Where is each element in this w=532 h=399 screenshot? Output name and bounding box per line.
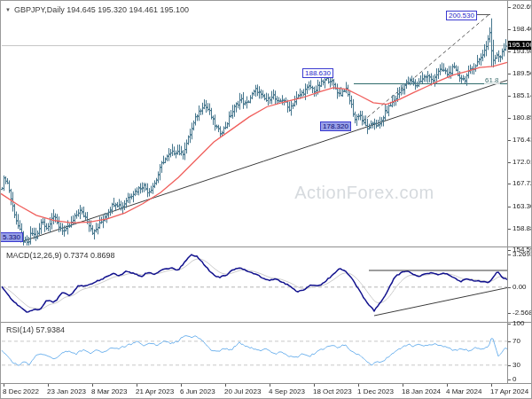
date-axis-label: 20 Jul 2023 — [224, 387, 261, 395]
price-axis-label: 163.300 — [512, 203, 532, 210]
chart-title-bar: ▼GBPJPY,Daily 194.645 195.320 194.461 19… — [5, 5, 189, 14]
symbol-period-label: GBPJPY,Daily — [14, 5, 65, 14]
macd-axis-label: -2.5689 — [512, 309, 532, 317]
chart-canvas[interactable] — [1, 1, 532, 399]
annotation-target-200.530[interactable]: 200.530 — [446, 11, 477, 20]
date-axis-label: 18 Jan 2024 — [402, 387, 441, 395]
price-axis-label: 180.850 — [512, 114, 532, 121]
rsi-axis-label: 0 — [512, 376, 516, 383]
macd-axis-label: 3.2693 — [512, 251, 532, 258]
date-axis-label: 8 Mar 2023 — [91, 387, 127, 395]
actionforex-watermark: ActionForex.com — [293, 183, 435, 202]
rsi-indicator-label: RSI(14) 57.9384 — [6, 325, 65, 334]
date-axis-label: 8 Dec 2022 — [3, 387, 39, 395]
price-axis-label: 158.880 — [512, 225, 532, 232]
rsi-axis-label: 100 — [512, 320, 524, 327]
price-axis-label: 176.430 — [512, 137, 532, 144]
gbpjpy-daily-chart-window: ▼GBPJPY,Daily 194.645 195.320 194.461 19… — [0, 0, 532, 399]
price-axis-label: 198.400 — [512, 26, 532, 33]
annotation-resistance-188.630[interactable]: 188.630 — [302, 68, 333, 78]
price-axis-border — [507, 1, 508, 383]
chevron-down-icon[interactable]: ▼ — [5, 7, 11, 12]
date-axis-label: 21 Apr 2023 — [136, 387, 174, 395]
macd-rsi-separator[interactable] — [1, 322, 532, 323]
current-price-tag: 195.100 — [508, 41, 532, 50]
rsi-axis-label: 30 — [512, 362, 520, 369]
macd-indicator-label: MACD(12,26,9) 0.7374 0.8698 — [6, 251, 115, 260]
date-axis-label: 4 Mar 2024 — [446, 387, 481, 395]
price-axis-label: 185.140 — [512, 92, 532, 99]
rsi-axis-label: 70 — [512, 338, 520, 345]
ohlc-values-label: 194.645 195.320 194.461 195.100 — [66, 5, 189, 14]
time-axis-border — [1, 383, 532, 384]
price-axis-label: 189.560 — [512, 70, 532, 77]
fib-61.8-label[interactable]: 61.8 — [484, 76, 500, 84]
date-axis-label: 23 Jan 2023 — [47, 387, 86, 395]
price-axis-label: 172.010 — [512, 159, 532, 166]
date-axis-label: 6 Jun 2023 — [180, 387, 215, 395]
date-axis-label: 17 Apr 2024 — [490, 387, 528, 395]
macd-axis-label: 0.00 — [512, 284, 527, 291]
date-axis-label: 4 Sep 2023 — [269, 387, 305, 395]
date-axis-label: 1 Dec 2023 — [357, 387, 394, 395]
annotation-support-178.320[interactable]: 178.320 — [320, 121, 351, 131]
price-axis-label: 167.720 — [512, 180, 532, 187]
price-axis-label: 202.690 — [512, 4, 532, 11]
date-axis-label: 18 Oct 2023 — [313, 387, 352, 395]
price-macd-separator[interactable] — [1, 246, 532, 247]
annotation-trendline-anchor-155.330[interactable]: 5.330 — [0, 232, 23, 242]
